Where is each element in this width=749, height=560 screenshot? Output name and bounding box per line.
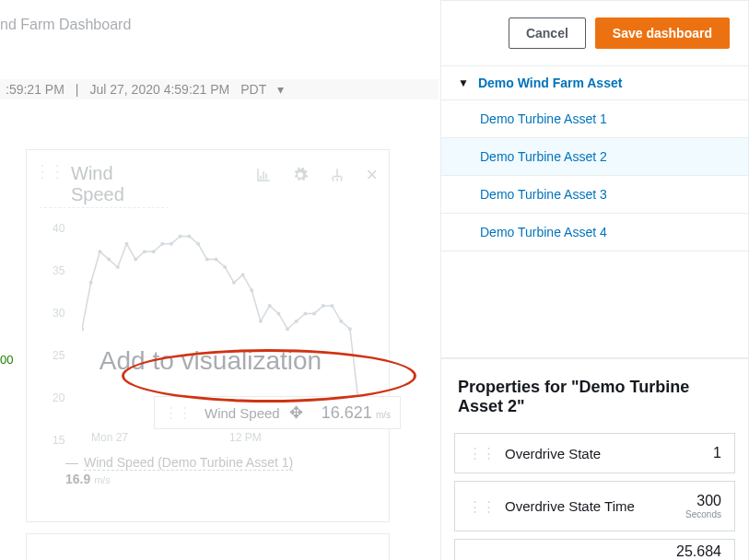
legend-name: Wind Speed (Demo Turbine Asset 1) bbox=[84, 455, 293, 471]
legend-value: 16.9 bbox=[65, 472, 90, 486]
svg-point-18 bbox=[241, 273, 245, 276]
chip-label: Wind Speed bbox=[205, 405, 280, 421]
property-value: 300 bbox=[696, 493, 721, 509]
tree-item[interactable]: Demo Turbine Asset 3 bbox=[441, 176, 748, 214]
svg-point-4 bbox=[116, 265, 120, 269]
property-name: Overdrive State Time bbox=[505, 498, 685, 514]
green-marker: 00 bbox=[0, 353, 13, 367]
drag-handle-icon[interactable]: ⋮⋮ bbox=[164, 404, 192, 421]
svg-point-6 bbox=[134, 258, 137, 262]
cancel-button[interactable]: Cancel bbox=[509, 18, 586, 49]
drag-handle-icon[interactable]: ⋮⋮ bbox=[468, 445, 496, 461]
gear-icon[interactable] bbox=[292, 167, 309, 183]
properties-header: Properties for "Demo Turbine Asset 2" bbox=[441, 358, 748, 433]
svg-point-25 bbox=[303, 311, 307, 315]
svg-point-17 bbox=[232, 281, 236, 285]
svg-point-11 bbox=[179, 234, 182, 238]
svg-point-30 bbox=[348, 327, 352, 331]
page-title: nd Farm Dashboard bbox=[0, 0, 439, 39]
tree-root[interactable]: ▼ Demo Wind Farm Asset bbox=[441, 66, 748, 100]
visualization-card-next[interactable] bbox=[26, 533, 390, 560]
svg-point-1 bbox=[89, 281, 93, 285]
svg-point-24 bbox=[295, 320, 298, 323]
collapse-icon[interactable]: ▼ bbox=[458, 76, 469, 89]
chart-icon[interactable] bbox=[255, 167, 272, 183]
time-range-bar: :59:21 PM | Jul 27, 2020 4:59:21 PM PDT … bbox=[0, 79, 439, 99]
asset-tree: ▼ Demo Wind Farm Asset Demo Turbine Asse… bbox=[441, 66, 748, 251]
drop-hint: Add to visualization bbox=[45, 346, 376, 376]
time-to: Jul 27, 2020 4:59:21 PM bbox=[89, 82, 229, 97]
svg-point-28 bbox=[331, 304, 334, 308]
chip-unit: m/s bbox=[376, 410, 391, 420]
save-dashboard-button[interactable]: Save dashboard bbox=[595, 18, 730, 49]
svg-point-23 bbox=[286, 327, 289, 331]
legend-unit: m/s bbox=[94, 474, 111, 485]
svg-point-13 bbox=[196, 242, 200, 246]
visualization-card[interactable]: ⋮⋮ Wind Speed × 40 35 30 25 20 15 Mon 27… bbox=[26, 149, 390, 522]
svg-point-20 bbox=[259, 320, 263, 323]
property-drop-chip[interactable]: ⋮⋮ Wind Speed ✥ 16.621 m/s bbox=[154, 396, 401, 429]
svg-point-10 bbox=[170, 242, 173, 246]
svg-point-15 bbox=[214, 258, 217, 262]
property-row[interactable]: ⋮⋮Overdrive State1 bbox=[454, 433, 735, 473]
property-name: Overdrive State bbox=[505, 446, 713, 461]
property-unit: Seconds bbox=[685, 509, 721, 519]
svg-point-8 bbox=[152, 250, 156, 253]
svg-point-2 bbox=[98, 250, 101, 253]
svg-point-16 bbox=[223, 265, 227, 269]
right-sidebar: Cancel Save dashboard ▼ Demo Wind Farm A… bbox=[440, 0, 749, 560]
svg-point-29 bbox=[339, 320, 343, 323]
svg-point-14 bbox=[205, 258, 209, 262]
chart-legend: —Wind Speed (Demo Turbine Asset 1) 16.9 … bbox=[40, 455, 376, 486]
svg-point-12 bbox=[187, 234, 191, 238]
hierarchy-icon[interactable] bbox=[329, 167, 345, 183]
tree-item[interactable]: Demo Turbine Asset 1 bbox=[441, 100, 748, 138]
svg-point-27 bbox=[322, 304, 325, 308]
chevron-down-icon[interactable]: ▾ bbox=[277, 82, 284, 97]
svg-point-26 bbox=[312, 311, 316, 315]
property-value: 1 bbox=[713, 445, 721, 461]
drag-handle-icon[interactable]: ⋮⋮ bbox=[468, 498, 496, 515]
time-from: :59:21 PM bbox=[6, 82, 64, 97]
svg-point-22 bbox=[276, 311, 280, 315]
tree-item[interactable]: Demo Turbine Asset 4 bbox=[441, 214, 748, 251]
svg-point-19 bbox=[250, 288, 253, 292]
svg-point-9 bbox=[160, 242, 164, 246]
viz-title: Wind Speed bbox=[71, 163, 169, 205]
timezone-badge: PDT bbox=[240, 82, 266, 97]
svg-point-21 bbox=[268, 304, 272, 308]
property-row-partial[interactable]: 25.684 bbox=[454, 539, 735, 560]
drag-handle-icon[interactable]: ⋮⋮ bbox=[34, 161, 64, 181]
chart-area: 40 35 30 25 20 15 Mon 27 12 PM Add to vi… bbox=[45, 228, 376, 440]
close-icon[interactable]: × bbox=[366, 163, 378, 187]
svg-point-3 bbox=[107, 258, 111, 262]
svg-point-7 bbox=[143, 250, 146, 253]
tree-item[interactable]: Demo Turbine Asset 2 bbox=[441, 138, 748, 176]
svg-point-5 bbox=[124, 242, 128, 246]
property-row[interactable]: ⋮⋮Overdrive State Time300Seconds bbox=[454, 481, 735, 531]
svg-point-0 bbox=[82, 327, 84, 331]
move-cursor-icon: ✥ bbox=[289, 402, 303, 423]
chip-value: 16.621 bbox=[322, 403, 372, 423]
